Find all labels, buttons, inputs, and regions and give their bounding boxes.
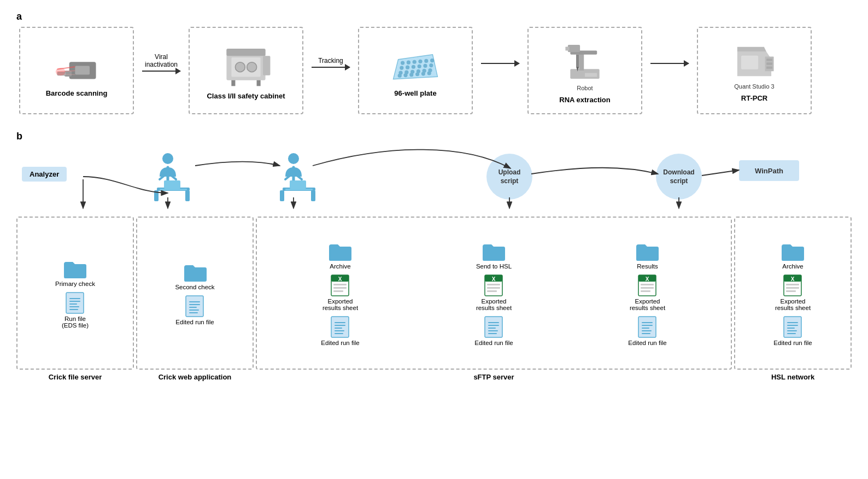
svg-point-20	[418, 59, 422, 63]
svg-rect-134	[642, 328, 649, 329]
svg-point-25	[412, 65, 415, 68]
svg-rect-148	[787, 333, 796, 334]
svg-rect-63	[164, 180, 180, 189]
svg-marker-50	[737, 47, 766, 52]
crick-file-label: Crick file server	[16, 373, 134, 381]
sftp-archive-xls-label: Exportedresults sheet	[322, 298, 358, 311]
hsl-network-box: Archive X Exportedresults sheet	[734, 217, 852, 370]
workflow-diagram-a: Barcode scanning Viralinactivation	[16, 27, 852, 114]
sftp-results-run-label: Edited run file	[628, 340, 666, 346]
folder-results-sftp-icon	[635, 242, 659, 262]
svg-rect-15	[263, 56, 270, 75]
hsl-archive-xls-label: Exportedresults sheet	[775, 298, 811, 311]
svg-rect-133	[642, 325, 653, 326]
arrow-extraction	[476, 61, 525, 64]
svg-rect-13	[231, 80, 235, 86]
svg-rect-72	[290, 180, 306, 189]
hsl-archive-folder: Archive	[781, 242, 805, 270]
svg-point-28	[429, 63, 433, 67]
svg-point-21	[424, 59, 428, 62]
svg-rect-99	[189, 309, 199, 311]
section-a: a Barcode scanning	[16, 11, 852, 114]
svg-text:Download: Download	[664, 168, 695, 176]
cabinet-box: Class I/II safety cabinet	[189, 27, 303, 114]
svg-rect-105	[333, 287, 347, 289]
svg-rect-1	[75, 66, 90, 74]
crick-web-box: Second check Edited run file	[136, 217, 254, 370]
svg-point-11	[235, 62, 245, 72]
sftp-archive-folder: Archive	[328, 242, 352, 270]
doc-archive-hsl-icon	[783, 316, 802, 338]
barcode-scanner-icon	[55, 46, 98, 85]
svg-rect-140	[786, 284, 799, 285]
svg-rect-108	[335, 322, 345, 323]
svg-point-17	[401, 61, 404, 65]
svg-rect-130	[641, 290, 650, 292]
flow-arrows-svg: Upload script Download script	[83, 149, 852, 209]
crick-file-box: Primary check Run file(EDS file)	[16, 217, 134, 370]
svg-point-35	[398, 73, 402, 77]
svg-text:Upload: Upload	[498, 168, 521, 176]
svg-rect-70	[280, 190, 284, 201]
doc-archive-sftp-icon	[330, 316, 350, 338]
svg-point-65	[288, 153, 299, 164]
svg-rect-142	[786, 290, 796, 292]
analyzer-label: Analyzer	[22, 167, 67, 182]
svg-rect-136	[642, 333, 650, 334]
svg-rect-55	[766, 66, 772, 68]
edited-run-file-label: Edited run file	[175, 319, 214, 325]
svg-rect-110	[335, 328, 342, 329]
section-b: b Analyzer	[16, 131, 852, 381]
svg-rect-107	[331, 317, 349, 337]
crick-web-label: Crick web application	[136, 373, 254, 381]
hsl-archive-run: Edited run file	[773, 316, 812, 346]
svg-point-40	[427, 71, 431, 75]
svg-rect-94	[69, 309, 78, 310]
well-plate-icon	[391, 46, 440, 85]
rna-box: Robot RNA extraction	[527, 27, 642, 114]
hsl-archive-xls: X Exportedresults sheet	[775, 274, 811, 311]
svg-point-77	[656, 154, 702, 200]
svg-rect-96	[189, 301, 200, 302]
svg-rect-145	[787, 325, 798, 326]
step-rna: Robot RNA extraction	[525, 27, 645, 114]
svg-rect-119	[485, 317, 502, 337]
folder-second-icon	[183, 263, 207, 283]
arrow-pcr	[645, 61, 694, 64]
svg-rect-54	[766, 62, 772, 65]
sftp-hsl-run-label: Edited run file	[474, 340, 513, 346]
svg-rect-91	[69, 301, 80, 302]
pcr-machine-icon	[732, 41, 776, 82]
svg-rect-42	[579, 52, 584, 71]
folder-hsl-sftp-icon	[482, 242, 506, 262]
sftp-archive-run: Edited run file	[321, 316, 359, 346]
crick-file-server: Primary check Run file(EDS file)	[16, 217, 134, 381]
sftp-hsl-col: Send to HSL X Exportedresults sheet	[474, 242, 513, 346]
robot-sublabel: Robot	[577, 85, 593, 91]
svg-rect-14	[257, 80, 261, 86]
svg-rect-45	[565, 46, 569, 50]
svg-rect-123	[488, 330, 498, 331]
primary-check-folder: Primary check	[55, 260, 95, 287]
svg-rect-146	[787, 328, 795, 329]
doc-run-file-icon	[65, 291, 85, 314]
sftp-results-label: Results	[637, 263, 658, 270]
svg-rect-143	[784, 317, 801, 337]
arrow-pcr-line	[650, 63, 689, 64]
svg-rect-122	[488, 328, 496, 329]
cabinet-label: Class I/II safety cabinet	[207, 92, 285, 100]
safety-cabinet-icon	[221, 44, 271, 87]
svg-text:X: X	[492, 276, 496, 282]
svg-rect-128	[641, 284, 654, 285]
pcr-sublabel: Quant Studio 3	[734, 83, 774, 90]
svg-rect-51	[741, 56, 758, 69]
svg-point-12	[247, 62, 257, 72]
sftp-archive-xls: X Exportedresults sheet	[322, 274, 358, 311]
svg-text:script: script	[501, 177, 519, 185]
step-pcr: Quant Studio 3 RT-PCR	[694, 27, 814, 114]
svg-rect-141	[786, 287, 799, 289]
arrow-viral: Viralinactivation	[137, 53, 186, 72]
svg-rect-95	[186, 296, 203, 317]
svg-rect-93	[69, 306, 79, 307]
svg-rect-121	[488, 325, 499, 326]
